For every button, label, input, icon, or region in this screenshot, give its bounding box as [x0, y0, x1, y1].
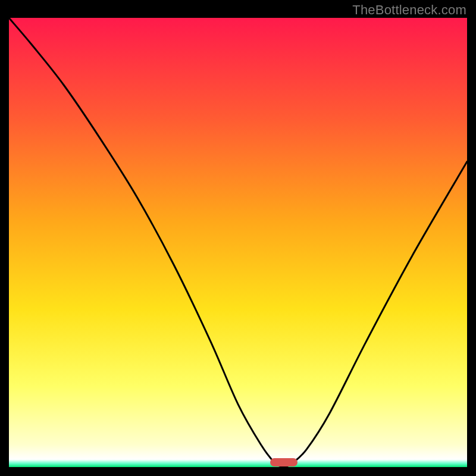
- bottleneck-curve: [9, 18, 467, 467]
- watermark-text: TheBottleneck.com: [352, 2, 466, 18]
- optimal-marker: [270, 458, 298, 466]
- chart-frame: [9, 18, 467, 467]
